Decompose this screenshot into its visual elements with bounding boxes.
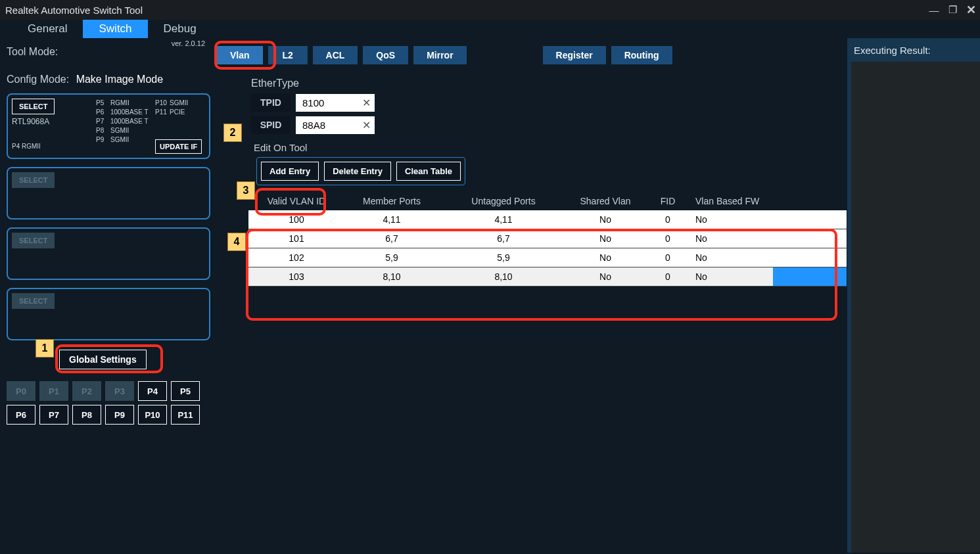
device-name: RTL9068A [12, 117, 91, 126]
port-button-p3[interactable]: P3 [105, 381, 134, 401]
executing-result-panel: Executing Result: [847, 38, 980, 553]
tab-debug[interactable]: Debug [148, 20, 212, 38]
cell-members: 4,11 [339, 213, 444, 226]
port-button-p11[interactable]: P11 [171, 405, 200, 425]
table-row[interactable]: 1025,95,9No0No [248, 248, 847, 267]
port-button-p8[interactable]: P8 [72, 405, 101, 425]
tpid-clear-icon[interactable]: ✕ [362, 97, 371, 109]
global-settings-button[interactable]: Global Settings [59, 350, 147, 369]
cell-vlan: 100 [254, 213, 339, 226]
table-row[interactable]: 1004,114,11No0No [248, 210, 847, 229]
port-button-p6[interactable]: P6 [7, 405, 35, 425]
port-mode: SGMII [110, 135, 150, 145]
tab-switch[interactable]: Switch [83, 20, 147, 38]
spid-clear-icon[interactable]: ✕ [362, 119, 371, 131]
maximize-button[interactable]: ❐ [943, 4, 962, 16]
ethertype-label: EtherType [251, 78, 847, 89]
device-panel-4: SELECT [7, 288, 210, 340]
port-label: P7 [96, 117, 110, 126]
cell-vlan: 103 [254, 270, 339, 283]
edit-buttons: Add Entry Delete Entry Clean Table [256, 157, 465, 185]
callout-2: 2 [223, 124, 242, 142]
select-device-button-3[interactable]: SELECT [12, 233, 55, 248]
cell-untagged: 8,10 [444, 270, 563, 283]
config-mode-value: Make Image Mode [76, 74, 164, 85]
subtab-acl[interactable]: ACL [313, 46, 358, 64]
cell-untagged: 5,9 [444, 251, 563, 264]
col-shared-vlan: Shared Vlan [563, 195, 648, 208]
table-row[interactable]: 1038,108,10No0No [248, 267, 847, 287]
table-header: Valid VLAN ID Member Ports Untagged Port… [248, 195, 847, 210]
executing-result-label: Executing Result: [854, 45, 973, 56]
port-label: P10 [155, 99, 170, 108]
cell-fid: 0 [648, 213, 688, 226]
select-device-button-4[interactable]: SELECT [12, 293, 55, 309]
cell-fw: No [688, 232, 773, 245]
device-panel-3: SELECT [7, 227, 210, 280]
port-button-grid: P0P1P2P3P4P5P6P7P8P9P10P11 [7, 381, 210, 425]
cell-fw: No [688, 213, 773, 226]
select-device-button[interactable]: SELECT [12, 99, 55, 114]
subtab-l2[interactable]: L2 [268, 46, 308, 64]
cell-fid: 0 [648, 251, 688, 264]
callout-1: 1 [35, 339, 54, 358]
sidebar: ver. 2.0.12 Tool Mode: Config Mode: Make… [0, 38, 217, 553]
cell-shared: No [563, 270, 648, 283]
version-label: ver. 2.0.12 [172, 39, 205, 47]
cell-fid: 0 [648, 232, 688, 245]
cell-vlan: 101 [254, 232, 339, 245]
subtab-vlan[interactable]: Vlan [217, 46, 263, 64]
port-button-p7[interactable]: P7 [39, 405, 68, 425]
col-fid: FID [648, 195, 688, 208]
port-button-p0[interactable]: P0 [7, 381, 35, 401]
subtab-register[interactable]: Register [543, 46, 606, 64]
minimize-button[interactable]: — [925, 5, 943, 16]
subtab-qos[interactable]: QoS [363, 46, 408, 64]
tab-general[interactable]: General [12, 20, 83, 38]
subtab-routing[interactable]: Routing [611, 46, 672, 64]
tool-mode-label: Tool Mode: [7, 46, 210, 58]
port-label: P5 [96, 99, 110, 108]
cell-shared: No [563, 251, 648, 264]
close-button[interactable]: ✕ [962, 3, 980, 17]
port-label: P8 [96, 126, 110, 135]
ethertype-section: 2 EtherType TPID ✕ SPID ✕ [251, 78, 847, 134]
col-vlan-fw: Vlan Based FW [688, 195, 773, 208]
port-button-p1[interactable]: P1 [39, 381, 68, 401]
edit-on-tool-label: Edit On Tool [254, 142, 847, 153]
config-mode-row: Config Mode: Make Image Mode [7, 74, 210, 85]
cell-fid: 0 [648, 270, 688, 283]
add-entry-button[interactable]: Add Entry [261, 162, 319, 181]
port-mode: SGMII [110, 126, 150, 135]
port-button-p5[interactable]: P5 [171, 381, 200, 401]
cell-shared: No [563, 232, 648, 245]
port-button-p9[interactable]: P9 [105, 405, 134, 425]
tpid-label: TPID [251, 93, 291, 112]
delete-entry-button[interactable]: Delete Entry [324, 162, 391, 181]
port-button-p4[interactable]: P4 [138, 381, 167, 401]
update-if-button[interactable]: UPDATE IF [155, 139, 202, 154]
device-panel-1: SELECT RTL9068A P4 RGMII P5RGMIIP61000BA… [7, 93, 210, 159]
subtab-mirror[interactable]: Mirror [413, 46, 466, 64]
cell-fw: No [688, 270, 773, 283]
cell-untagged: 6,7 [444, 232, 563, 245]
port-label: P9 [96, 135, 110, 145]
cell-members: 5,9 [339, 251, 444, 264]
port-button-p2[interactable]: P2 [72, 381, 101, 401]
device-panel-2: SELECT [7, 167, 210, 219]
table-row[interactable]: 1016,76,7No0No [248, 229, 847, 248]
callout-3: 3 [237, 181, 255, 200]
vlan-table: Valid VLAN ID Member Ports Untagged Port… [248, 195, 847, 287]
main-tabs: General Switch Debug [0, 20, 980, 38]
port-p4-spec: P4 RGMII [12, 142, 91, 151]
port-label: P6 [96, 108, 110, 117]
select-device-button-2[interactable]: SELECT [12, 172, 55, 188]
main-content: Vlan L2 ACL QoS Mirror Register Routing … [217, 38, 847, 553]
port-button-p10[interactable]: P10 [138, 405, 167, 425]
port-mode: RGMII [110, 99, 150, 108]
port-mode: PCIE [170, 108, 209, 117]
port-mode: SGMII [170, 99, 209, 108]
titlebar: Realtek Automotive Switch Tool — ❐ ✕ [0, 0, 980, 20]
cell-untagged: 4,11 [444, 213, 563, 226]
clean-table-button[interactable]: Clean Table [396, 162, 461, 181]
